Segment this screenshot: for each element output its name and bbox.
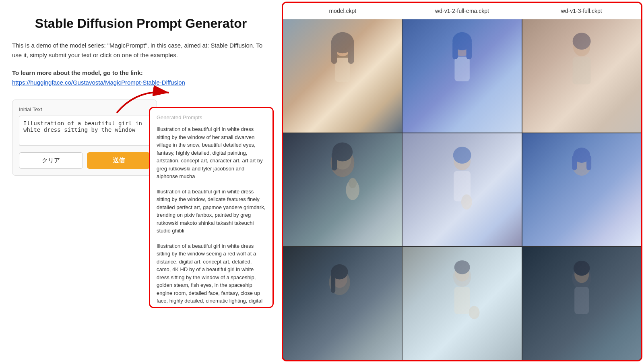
left-panel: Stable Diffusion Prompt Generator This i… [0, 0, 282, 363]
svg-point-1 [331, 35, 354, 62]
prompt-item-3: Illustration of a beautiful girl in whit… [157, 242, 266, 309]
svg-rect-5 [331, 43, 337, 64]
svg-point-4 [331, 32, 354, 53]
svg-point-27 [573, 147, 590, 162]
right-panel-header: model.ckpt wd-v1-2-full-ema.ckpt wd-v1-3… [283, 3, 641, 19]
svg-point-20 [349, 178, 357, 188]
svg-point-36 [454, 261, 470, 274]
svg-point-19 [346, 180, 359, 200]
grid-cell-3 [522, 19, 641, 133]
svg-rect-29 [586, 155, 591, 170]
initial-text-input[interactable]: Illustration of a beautiful girl in whit… [19, 116, 150, 146]
svg-point-34 [453, 266, 471, 287]
svg-rect-10 [452, 41, 458, 59]
svg-rect-18 [332, 152, 337, 170]
svg-point-39 [572, 267, 591, 290]
svg-point-25 [572, 153, 591, 176]
svg-rect-14 [573, 57, 591, 84]
grid-cell-1 [283, 19, 402, 133]
svg-rect-42 [574, 287, 589, 314]
prompts-title: Generated Prompts [157, 114, 266, 120]
input-label: Initial Text [19, 106, 150, 112]
learn-more-text: To learn more about the model, go to the… [12, 68, 270, 87]
svg-rect-28 [572, 155, 577, 170]
learn-more-link[interactable]: https://huggingface.co/Gustavosta/MagicP… [12, 79, 185, 86]
grid-cell-8 [402, 247, 521, 360]
grid-cell-6 [522, 133, 641, 247]
prompts-box[interactable]: Generated Prompts Illustration of a beau… [149, 107, 274, 308]
svg-rect-9 [454, 57, 469, 81]
svg-point-8 [452, 32, 472, 50]
svg-point-22 [453, 147, 471, 164]
svg-rect-11 [466, 41, 471, 59]
svg-point-26 [574, 153, 589, 170]
svg-rect-23 [454, 171, 471, 201]
svg-point-15 [330, 148, 354, 177]
svg-point-30 [329, 270, 350, 295]
header-col-3: wd-v1-3-full.ckpt [522, 6, 641, 16]
svg-point-17 [332, 142, 353, 161]
svg-point-41 [574, 261, 590, 276]
right-panel: model.ckpt wd-v1-2-full-ema.ckpt wd-v1-3… [282, 2, 642, 361]
svg-point-24 [461, 194, 472, 209]
header-col-2: wd-v1-2-full-ema.ckpt [402, 6, 522, 16]
svg-point-2 [334, 38, 351, 56]
svg-point-13 [573, 33, 591, 50]
svg-rect-37 [454, 287, 470, 314]
grid-cell-7 [283, 247, 402, 360]
svg-point-38 [469, 306, 479, 319]
svg-point-32 [331, 264, 348, 279]
svg-rect-6 [348, 43, 354, 64]
header-col-1: model.ckpt [283, 6, 402, 16]
svg-point-21 [454, 152, 471, 170]
page-title: Stable Diffusion Prompt Generator [12, 16, 270, 31]
button-row: クリア 送信 [19, 152, 150, 169]
submit-button[interactable]: 送信 [87, 152, 150, 169]
grid-cell-2 [402, 19, 521, 133]
learn-more-label: To learn more about the model, go to the… [12, 69, 143, 76]
image-grid [283, 19, 641, 360]
grid-cell-5 [402, 133, 521, 247]
svg-point-35 [455, 266, 469, 282]
description-text: This is a demo of the model series: "Mag… [12, 41, 270, 60]
svg-point-31 [332, 270, 347, 288]
grid-cell-9 [522, 247, 641, 360]
prompt-item-2: Illustration of a beautiful girl in whit… [157, 188, 266, 235]
svg-point-40 [574, 266, 589, 283]
svg-rect-33 [331, 272, 335, 293]
svg-point-7 [454, 38, 471, 56]
clear-button[interactable]: クリア [19, 152, 83, 169]
svg-point-12 [573, 38, 590, 56]
input-section: Initial Text Illustration of a beautiful… [12, 100, 157, 176]
svg-rect-3 [335, 58, 350, 82]
grid-cell-4 [283, 133, 402, 247]
svg-point-16 [334, 149, 351, 170]
prompt-item-1: Illustration of a beautiful girl in whit… [157, 125, 266, 180]
